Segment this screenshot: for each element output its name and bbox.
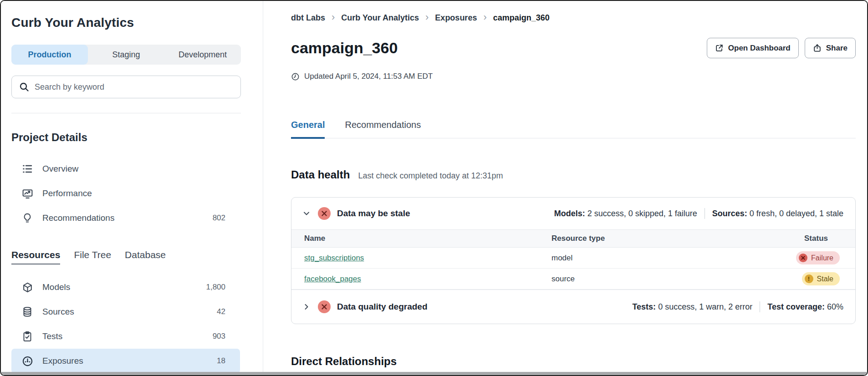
sources-stat: Sources: 0 fresh, 0 delayed, 1 stale bbox=[712, 209, 843, 218]
tab-file-tree[interactable]: File Tree bbox=[74, 249, 111, 264]
chevron-right-icon[interactable] bbox=[300, 302, 313, 311]
breadcrumb-dbt-labs[interactable]: dbt Labs bbox=[291, 13, 325, 23]
table-row: stg_subscriptions model Failure bbox=[291, 248, 855, 269]
search-input[interactable] bbox=[35, 82, 233, 92]
sidebar-item-label: Overview bbox=[42, 164, 78, 174]
detail-tabs: General Recommendations bbox=[291, 119, 856, 138]
quality-panel-header[interactable]: Data quality degraded Tests: 0 success, … bbox=[291, 290, 855, 324]
table-header: Name Resource type Status bbox=[291, 229, 855, 248]
item-count: 903 bbox=[213, 332, 225, 341]
data-health-header: Data health Last check completed today a… bbox=[291, 168, 856, 182]
gauge-icon bbox=[21, 355, 33, 367]
models-stat: Models: 2 success, 0 skipped, 1 failure bbox=[554, 209, 697, 218]
tab-resources[interactable]: Resources bbox=[11, 249, 60, 264]
tab-database[interactable]: Database bbox=[125, 249, 166, 264]
x-circle-icon bbox=[799, 254, 807, 262]
project-details-nav: Overview Performance bbox=[11, 157, 240, 230]
breadcrumb: dbt Labs › Curb Your Analytics › Exposur… bbox=[291, 12, 856, 24]
env-tab-production[interactable]: Production bbox=[11, 45, 88, 65]
resource-type: source bbox=[551, 274, 719, 284]
sidebar-item-recommendations[interactable]: Recommendations 802 bbox=[11, 206, 240, 230]
project-details-heading: Project Details bbox=[11, 131, 263, 144]
sidebar-item-overview[interactable]: Overview bbox=[11, 157, 240, 181]
table-row: facebook_pages source ! Stale bbox=[291, 269, 855, 290]
last-check-text: Last check completed today at 12:31pm bbox=[358, 171, 503, 181]
sidebar-item-label: Sources bbox=[42, 307, 74, 317]
sidebar-item-sources[interactable]: Sources 42 bbox=[11, 300, 240, 324]
chevron-right-icon: › bbox=[425, 13, 429, 21]
status-badge: Failure bbox=[796, 251, 840, 264]
database-icon bbox=[21, 306, 33, 318]
tab-recommendations[interactable]: Recommendations bbox=[345, 119, 421, 138]
error-status-icon bbox=[318, 207, 331, 220]
column-name: Name bbox=[291, 234, 551, 243]
chevron-down-icon[interactable] bbox=[300, 209, 313, 218]
sidebar-item-models[interactable]: Models 1,800 bbox=[11, 275, 240, 300]
performance-icon bbox=[21, 188, 33, 199]
tests-stat: Tests: 0 success, 1 warn, 2 error bbox=[632, 302, 752, 312]
data-health-card: Data may be stale Models: 2 success, 0 s… bbox=[291, 197, 856, 324]
resource-link[interactable]: facebook_pages bbox=[304, 274, 361, 283]
item-count: 802 bbox=[213, 213, 225, 223]
coverage-stat: Test coverage: 60% bbox=[767, 302, 843, 312]
sidebar-item-label: Exposures bbox=[42, 356, 83, 366]
stale-panel-title: Data may be stale bbox=[337, 208, 410, 218]
sidebar-item-exposures[interactable]: Exposures 18 bbox=[11, 349, 240, 373]
sidebar-item-label: Tests bbox=[42, 331, 62, 341]
stat-separator bbox=[705, 208, 705, 219]
tab-general[interactable]: General bbox=[291, 119, 325, 139]
item-count: 1,800 bbox=[206, 283, 225, 292]
item-count: 42 bbox=[217, 307, 225, 316]
stale-panel-stats: Models: 2 success, 0 skipped, 1 failure … bbox=[554, 208, 843, 219]
sidebar-item-performance[interactable]: Performance bbox=[11, 181, 240, 206]
breadcrumb-project[interactable]: Curb Your Analytics bbox=[341, 13, 419, 23]
quality-panel-title: Data quality degraded bbox=[337, 302, 428, 312]
clipboard-check-icon bbox=[21, 330, 33, 342]
data-health-title: Data health bbox=[291, 168, 350, 182]
external-link-icon bbox=[715, 44, 724, 52]
share-icon bbox=[813, 44, 822, 52]
page-actions: Open Dashboard Share bbox=[707, 38, 856, 58]
updated-timestamp: Updated April 5, 2024, 11:53 AM EDT bbox=[291, 71, 856, 81]
lightbulb-icon bbox=[21, 212, 33, 224]
breadcrumb-current: campaign_360 bbox=[493, 13, 550, 23]
cube-icon bbox=[21, 281, 33, 293]
quality-panel-stats: Tests: 0 success, 1 warn, 2 error Test c… bbox=[632, 301, 843, 312]
direct-relationships-heading: Direct Relationships bbox=[291, 355, 856, 368]
sidebar-item-label: Models bbox=[42, 282, 70, 292]
resource-view-tabs: Resources File Tree Database bbox=[11, 249, 263, 264]
share-button[interactable]: Share bbox=[805, 38, 856, 58]
breadcrumb-exposures[interactable]: Exposures bbox=[435, 13, 477, 23]
search-icon bbox=[19, 82, 29, 92]
main-content: dbt Labs › Curb Your Analytics › Exposur… bbox=[264, 1, 867, 375]
clock-icon bbox=[291, 72, 300, 81]
sidebar-divider bbox=[11, 113, 241, 113]
alert-icon: ! bbox=[805, 274, 813, 283]
sidebar-item-label: Recommendations bbox=[42, 213, 114, 223]
status-badge: ! Stale bbox=[802, 272, 840, 285]
error-status-icon bbox=[318, 300, 331, 313]
search-box[interactable] bbox=[11, 76, 241, 98]
resources-nav: Models 1,800 Sources 42 bbox=[11, 275, 240, 373]
resource-link[interactable]: stg_subscriptions bbox=[304, 254, 364, 262]
item-count: 18 bbox=[217, 356, 225, 366]
app-window: Curb Your Analytics Production Staging D… bbox=[0, 0, 868, 376]
sidebar-item-tests[interactable]: Tests 903 bbox=[11, 324, 240, 349]
sidebar-item-label: Performance bbox=[42, 188, 92, 198]
stat-separator bbox=[760, 301, 760, 312]
stale-panel-header[interactable]: Data may be stale Models: 2 success, 0 s… bbox=[291, 198, 855, 229]
page-header: campaign_360 Open Dashboard bbox=[291, 38, 856, 58]
resource-type: model bbox=[551, 254, 719, 263]
list-icon bbox=[21, 163, 33, 175]
env-tab-staging[interactable]: Staging bbox=[88, 45, 164, 65]
chevron-right-icon: › bbox=[332, 13, 335, 21]
env-tab-development[interactable]: Development bbox=[164, 45, 241, 65]
page-title: campaign_360 bbox=[291, 38, 398, 58]
column-status: Status bbox=[804, 234, 855, 243]
horizontal-scrollbar[interactable] bbox=[1, 372, 867, 375]
environment-switcher: Production Staging Development bbox=[11, 45, 241, 65]
project-title: Curb Your Analytics bbox=[11, 15, 263, 31]
column-resource-type: Resource type bbox=[551, 234, 719, 243]
open-dashboard-button[interactable]: Open Dashboard bbox=[707, 38, 799, 58]
sidebar: Curb Your Analytics Production Staging D… bbox=[1, 1, 263, 375]
